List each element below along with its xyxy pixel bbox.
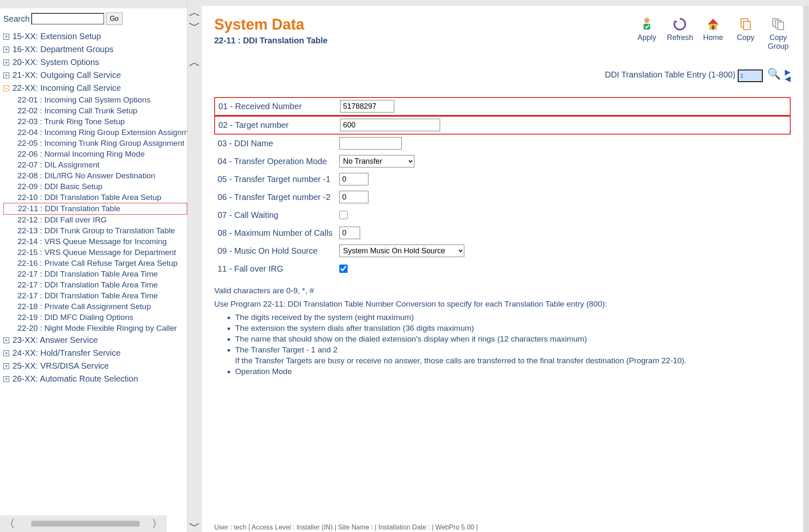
svg-point-0 — [644, 18, 649, 23]
help-bullet: The digits received by the system (eight… — [235, 313, 791, 322]
expand-icon[interactable]: + — [3, 72, 9, 78]
tree-node[interactable]: +20-XX: System Options — [3, 56, 187, 69]
entry-nav-icon[interactable]: ▶◀ — [785, 69, 791, 82]
tree-child[interactable]: 22-01 : Incoming Call System Options — [3, 95, 187, 105]
ddi-name-input[interactable] — [339, 137, 402, 150]
scroll-left-icon[interactable]: 〈 — [4, 517, 15, 531]
tree-child[interactable]: 22-20 : Night Mode Flexible Ringing by C… — [3, 323, 187, 334]
scroll-down-icon-2[interactable]: ﹀ — [189, 520, 200, 532]
tree-child[interactable]: 22-11 : DDI Translation Table — [3, 203, 187, 215]
help-bullet: If the Transfer Targets are busy or rece… — [235, 356, 791, 365]
expand-icon[interactable]: + — [3, 363, 9, 369]
transfer-mode-select[interactable]: No Transfer — [339, 155, 414, 167]
tree-child[interactable]: 22-02 : Incoming Call Trunk Setup — [3, 105, 187, 116]
transfer-target-1-input[interactable] — [339, 173, 368, 185]
search-bar: Search Go — [0, 8, 187, 29]
tree-child[interactable]: 22-05 : Incoming Trunk Ring Group Assign… — [3, 138, 187, 149]
tree-child[interactable]: 22-17 : DDI Translation Table Area Time — [3, 269, 187, 280]
help-text: Valid characters are 0-9, *, # Use Progr… — [214, 286, 791, 376]
expand-icon[interactable]: + — [3, 47, 9, 52]
tree-node[interactable]: +25-XX: VRS/DISA Service — [3, 360, 187, 372]
entry-label: DDI Translation Table Entry (1-800) — [605, 70, 735, 79]
tree-child[interactable]: 22-17 : DDI Translation Table Area Time — [3, 280, 187, 290]
home-icon — [705, 16, 721, 32]
moh-source-select[interactable]: System Music On Hold Source — [339, 245, 464, 257]
right-scrollbar[interactable] — [803, 6, 809, 532]
call-waiting-checkbox[interactable] — [339, 211, 348, 219]
refresh-icon — [671, 16, 688, 32]
tree-node-label: 21-XX: Outgoing Call Service — [13, 70, 121, 80]
status-bar: User : tech | Access Level : Installer (… — [214, 524, 791, 531]
fallover-irg-checkbox[interactable] — [339, 265, 348, 273]
help-bullet: The name that should show on the dialed … — [235, 335, 791, 344]
transfer-target-2-input[interactable] — [339, 191, 368, 203]
collapse-icon[interactable]: − — [3, 85, 9, 91]
tree-child[interactable]: 22-13 : DDI Trunk Group to Translation T… — [3, 225, 187, 236]
bottom-scrollbar[interactable]: 〈 〉 — [0, 515, 167, 532]
scroll-down-icon[interactable]: ﹀ — [189, 20, 200, 32]
tree-child[interactable]: 22-10 : DDI Translation Table Area Setup — [3, 192, 187, 203]
toolbar: Apply Refresh Home — [634, 16, 791, 51]
expand-icon[interactable]: + — [3, 376, 9, 382]
target-number-input[interactable] — [340, 119, 440, 131]
apply-button[interactable]: Apply — [634, 16, 659, 51]
row-transfer-target-1: 05 - Transfer Target number -1 — [214, 170, 791, 188]
max-calls-input[interactable] — [339, 227, 360, 239]
tree-node[interactable]: +21-XX: Outgoing Call Service — [3, 69, 187, 82]
expand-icon[interactable]: + — [3, 337, 9, 343]
expand-icon[interactable]: + — [3, 34, 9, 40]
lookup-icon[interactable]: 🔍 — [767, 67, 781, 80]
tree-node-label: 20-XX: System Options — [13, 57, 99, 67]
tree-node-label: 16-XX: Department Groups — [13, 45, 113, 54]
tree-node[interactable]: +15-XX: Extension Setup — [3, 30, 187, 43]
tree-node[interactable]: +24-XX: Hold/Transfer Service — [3, 347, 187, 360]
copy-button[interactable]: Copy — [733, 16, 758, 51]
tree-scroll-gutter: ︿ ﹀ ︿ ﹀ — [188, 0, 202, 532]
tree-child[interactable]: 22-04 : Incoming Ring Group Extension As… — [3, 127, 187, 138]
tree-node[interactable]: +23-XX: Answer Service — [3, 334, 187, 347]
expand-icon[interactable]: + — [3, 350, 9, 356]
tree-child[interactable]: 22-16 : Private Call Refuse Target Area … — [3, 258, 187, 269]
scroll-up-icon-2[interactable]: ︿ — [189, 57, 200, 68]
scrollbar-thumb[interactable] — [31, 521, 140, 527]
tree-node[interactable]: +26-XX: Automatic Route Selection — [3, 372, 187, 385]
help-bullet: Operation Mode — [235, 367, 791, 376]
refresh-button[interactable]: Refresh — [667, 16, 693, 51]
main-content: System Data 22-11 : DDI Translation Tabl… — [202, 6, 803, 532]
home-button[interactable]: Home — [701, 16, 726, 51]
received-number-input[interactable] — [340, 100, 394, 112]
scroll-up-icon[interactable]: ︿ — [189, 7, 200, 18]
expand-icon[interactable]: + — [3, 60, 9, 65]
tree-child[interactable]: 22-09 : DDI Basic Setup — [3, 181, 187, 192]
tree-child[interactable]: 22-12 : DDI Fall over IRG — [3, 215, 187, 225]
tree-child[interactable]: 22-18 : Private Call Assignment Setup — [3, 301, 187, 312]
entry-input[interactable] — [738, 70, 763, 82]
tree-child[interactable]: 22-03 : Trunk Ring Tone Setup — [3, 116, 187, 127]
search-input[interactable] — [31, 13, 104, 25]
tree-node-label: 23-XX: Answer Service — [13, 335, 98, 345]
sidebar: Search Go +15-XX: Extension Setup+16-XX:… — [0, 0, 188, 532]
tree-node[interactable]: +16-XX: Department Groups — [3, 43, 187, 56]
tree-child[interactable]: 22-19 : DID MFC Dialing Options — [3, 312, 187, 323]
tree-child[interactable]: 22-07 : DIL Assignment — [3, 160, 187, 170]
scroll-right-icon[interactable]: 〉 — [152, 517, 163, 531]
help-bullet: The extension the system dials after tra… — [235, 324, 791, 333]
tree-node-label: 24-XX: Hold/Transfer Service — [13, 348, 120, 358]
search-label: Search — [3, 14, 30, 24]
page-title: System Data — [214, 16, 328, 33]
row-transfer-mode: 04 - Transfer Operation Mode No Transfer — [214, 152, 791, 170]
tree-child[interactable]: 22-17 : DDI Translation Table Area Time — [3, 290, 187, 301]
tree-child[interactable]: 22-15 : VRS Queue Message for Department — [3, 247, 187, 258]
copy-group-button[interactable]: Copy Group — [766, 16, 791, 51]
search-go-button[interactable]: Go — [106, 12, 122, 25]
row-ddi-name: 03 - DDI Name — [214, 135, 791, 152]
help-bullet: The Transfer Target - 1 and 2 — [235, 345, 791, 355]
copy-icon — [737, 16, 754, 32]
tree-node-22xx[interactable]: − 22-XX: Incoming Call Service — [3, 82, 187, 95]
tree-child[interactable]: 22-06 : Normal Incoming Ring Mode — [3, 149, 187, 160]
tree-child[interactable]: 22-08 : DIL/IRG No Answer Destination — [3, 170, 187, 181]
tree-child[interactable]: 22-14 : VRS Queue Message for Incoming — [3, 236, 187, 247]
copy-group-icon — [770, 16, 786, 32]
row-received-number: 01 - Received Number — [214, 97, 791, 116]
page-subtitle: 22-11 : DDI Translation Table — [214, 36, 328, 45]
